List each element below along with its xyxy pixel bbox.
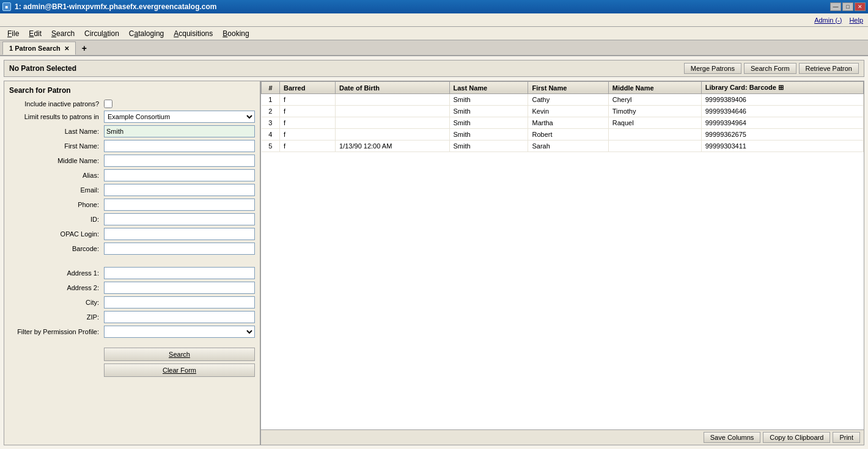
address2-input[interactable] — [104, 282, 255, 294]
clear-form-button[interactable]: Clear Form — [104, 363, 255, 377]
top-bar: No Patron Selected Merge Patrons Search … — [4, 60, 864, 77]
menu-circulation[interactable]: Circulation — [79, 28, 124, 39]
alias-row: Alias: — [9, 169, 255, 181]
retrieve-patron-button[interactable]: Retrieve Patron — [799, 63, 859, 74]
window-title: 1: admin@BR1-winxpvmfx.phasefx.evergreen… — [15, 2, 216, 11]
first-name-input[interactable] — [104, 140, 255, 152]
results-table: # Barred Date of Birth Last Name First N… — [261, 81, 864, 429]
close-button[interactable]: ✕ — [855, 2, 866, 11]
menu-cataloging[interactable]: Cataloging — [124, 28, 169, 39]
opac-login-input[interactable] — [104, 228, 255, 240]
cell-firstname: Kevin — [528, 106, 608, 117]
col-header-barred[interactable]: Barred — [280, 82, 336, 94]
patron-status-label: No Patron Selected — [9, 64, 76, 73]
cell-firstname: Robert — [528, 129, 608, 141]
include-inactive-row: Include inactive patrons? — [9, 100, 255, 108]
menu-acquisitions[interactable]: Acquisitions — [169, 28, 218, 39]
tab-patron-search[interactable]: 1 Patron Search ✕ — [2, 42, 76, 55]
email-input[interactable] — [104, 184, 255, 196]
cell-firstname: Sarah — [528, 141, 608, 152]
cell-barred: f — [280, 106, 336, 117]
table-row[interactable]: 2 f Smith Kevin Timothy 99999394646 — [262, 106, 864, 117]
table-row[interactable]: 1 f Smith Cathy Cheryl 99999389406 — [262, 94, 864, 106]
cell-lastname: Smith — [449, 106, 528, 117]
cell-middlename — [608, 141, 701, 152]
col-header-num[interactable]: # — [262, 82, 280, 94]
print-button[interactable]: Print — [833, 432, 860, 443]
col-header-lastname[interactable]: Last Name — [449, 82, 528, 94]
cell-middlename: Timothy — [608, 106, 701, 117]
cell-dob — [336, 106, 449, 117]
copy-to-clipboard-button[interactable]: Copy to Clipboard — [763, 432, 830, 443]
middle-name-input[interactable] — [104, 155, 255, 167]
limit-results-select[interactable]: Example Consortium — [104, 111, 255, 123]
cell-barcode: 99999362675 — [701, 129, 863, 141]
search-panel: Search for Patron Include inactive patro… — [4, 81, 261, 445]
admin-link[interactable]: Admin (-) — [814, 16, 842, 24]
col-header-middlename[interactable]: Middle Name — [608, 82, 701, 94]
phone-input[interactable] — [104, 199, 255, 211]
menu-search[interactable]: Search — [46, 28, 79, 39]
admin-bar: Admin (-) Help — [0, 13, 868, 27]
cell-dob — [336, 117, 449, 129]
cell-lastname: Smith — [449, 94, 528, 106]
cell-dob: 1/13/90 12:00 AM — [336, 141, 449, 152]
cell-dob — [336, 129, 449, 141]
search-button-underline: Search — [169, 351, 190, 358]
opac-login-label: OPAC Login: — [9, 230, 104, 238]
cell-barcode: 99999394646 — [701, 106, 863, 117]
tab-close-icon[interactable]: ✕ — [64, 45, 69, 52]
col-header-firstname[interactable]: First Name — [528, 82, 608, 94]
table-row[interactable]: 4 f Smith Robert 99999362675 — [262, 129, 864, 141]
cell-num: 1 — [262, 94, 280, 106]
table-row[interactable]: 3 f Smith Martha Raquel 99999394964 — [262, 117, 864, 129]
save-columns-button[interactable]: Save Columns — [704, 432, 761, 443]
menu-booking[interactable]: Booking — [218, 28, 254, 39]
search-form-button[interactable]: Search Form — [744, 63, 796, 74]
barcode-label: Barcode: — [9, 245, 104, 252]
address1-input[interactable] — [104, 267, 255, 279]
city-input[interactable] — [104, 296, 255, 308]
form-buttons: Search Clear Form — [9, 348, 255, 377]
cell-barcode: 99999394964 — [701, 117, 863, 129]
cell-lastname: Smith — [449, 129, 528, 141]
menu-edit[interactable]: Edit — [24, 28, 46, 39]
table-row[interactable]: 5 f 1/13/90 12:00 AM Smith Sarah 9999930… — [262, 141, 864, 152]
zip-input[interactable] — [104, 311, 255, 323]
merge-patrons-button[interactable]: Merge Patrons — [684, 63, 741, 74]
menu-file[interactable]: File — [2, 28, 24, 39]
address1-label: Address 1: — [9, 269, 104, 277]
middle-name-label: Middle Name: — [9, 157, 104, 164]
phone-row: Phone: — [9, 199, 255, 211]
maximize-button[interactable]: □ — [842, 2, 853, 11]
phone-label: Phone: — [9, 201, 104, 208]
city-row: City: — [9, 296, 255, 308]
last-name-row: Last Name: — [9, 125, 255, 137]
id-input[interactable] — [104, 213, 255, 225]
filter-perm-select[interactable] — [104, 326, 255, 338]
cell-barred: f — [280, 129, 336, 141]
tab-add-button[interactable]: + — [77, 42, 92, 55]
barcode-row: Barcode: — [9, 243, 255, 255]
search-button[interactable]: Search — [104, 348, 255, 361]
cell-firstname: Cathy — [528, 94, 608, 106]
window-controls: — □ ✕ — [830, 2, 866, 11]
barcode-input[interactable] — [104, 243, 255, 255]
col-header-barcode[interactable]: Library Card: Barcode ⊞ — [701, 82, 863, 94]
clear-form-button-label: Clear Form — [163, 367, 196, 374]
filter-perm-label: Filter by Permission Profile: — [9, 328, 104, 335]
alias-input[interactable] — [104, 169, 255, 181]
include-inactive-checkbox[interactable] — [104, 100, 112, 108]
cell-barcode: 99999303411 — [701, 141, 863, 152]
main-area: Search for Patron Include inactive patro… — [4, 81, 864, 445]
last-name-input[interactable] — [104, 125, 255, 137]
email-row: Email: — [9, 184, 255, 196]
help-link[interactable]: Help — [849, 16, 863, 24]
minimize-button[interactable]: — — [830, 2, 841, 11]
opac-login-row: OPAC Login: — [9, 228, 255, 240]
col-header-dob[interactable]: Date of Birth — [336, 82, 449, 94]
cell-num: 2 — [262, 106, 280, 117]
address2-row: Address 2: — [9, 282, 255, 294]
cell-firstname: Martha — [528, 117, 608, 129]
menu-bar: File Edit Search Circulation Cataloging … — [0, 27, 868, 40]
